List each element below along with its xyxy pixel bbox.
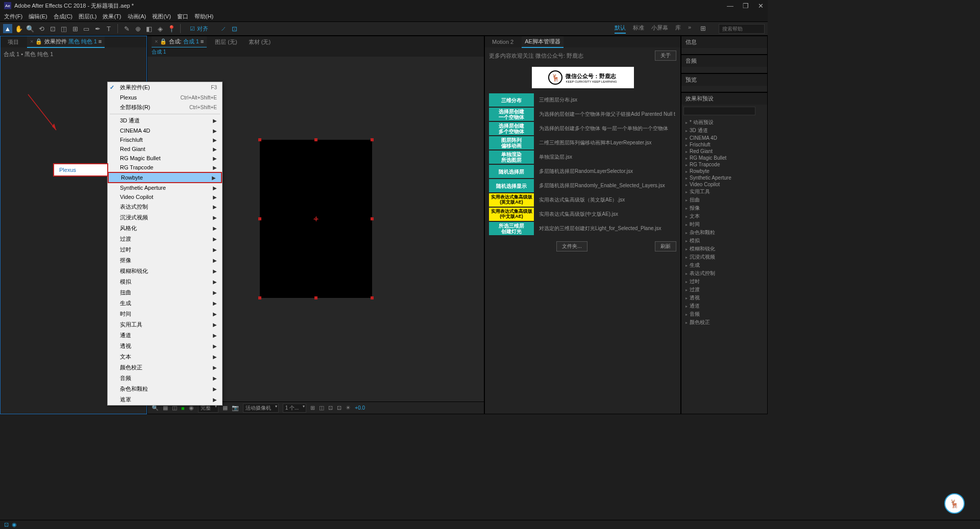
clone-tool[interactable]: ⊕ <box>133 24 142 33</box>
effects-category[interactable]: 音频 <box>681 310 767 318</box>
effects-category[interactable]: 3D 通道 <box>681 127 767 135</box>
anchor-point[interactable] <box>313 216 318 221</box>
exposure-value[interactable]: +0.0 <box>355 405 365 411</box>
effects-category[interactable]: 模拟 <box>681 237 767 245</box>
effects-category[interactable]: 生成 <box>681 261 767 269</box>
ctx-item[interactable]: 模拟▶ <box>108 276 222 287</box>
about-button[interactable]: 关于 <box>655 51 676 61</box>
panel-icon[interactable]: ⊞ <box>698 24 707 33</box>
script-badge[interactable]: 实用表达式集高级版 (中文版AE) <box>489 208 534 221</box>
script-badge[interactable]: 随机选择显示 <box>489 179 534 192</box>
ctx-item[interactable]: 杂色和颗粒▶ <box>108 384 222 394</box>
menu-window[interactable]: 窗口 <box>177 13 188 20</box>
effects-category[interactable]: Synthetic Aperture <box>681 174 767 181</box>
effects-category[interactable]: * 动画预设 <box>681 118 767 127</box>
workspace-default[interactable]: 默认 <box>615 24 626 34</box>
effects-category[interactable]: 时间 <box>681 220 767 229</box>
menu-layer[interactable]: 图层(L) <box>79 13 96 20</box>
script-badge[interactable]: 所选三维层 创建灯光 <box>489 222 534 235</box>
handle-tr[interactable] <box>371 138 374 141</box>
menu-effect[interactable]: 效果(T) <box>103 13 121 20</box>
ctx-item[interactable]: 遮罩▶ <box>108 394 222 405</box>
effects-category[interactable]: 表达式控制 <box>681 269 767 278</box>
ctx-item[interactable]: 透视▶ <box>108 341 222 351</box>
view-icon-2[interactable]: ◫ <box>319 405 324 411</box>
orbit-tool[interactable]: ⟲ <box>37 24 46 33</box>
views-select[interactable]: 1 个... <box>283 404 307 413</box>
effects-category[interactable]: 模糊和锐化 <box>681 245 767 253</box>
timecode-icon[interactable]: ⊡ <box>337 405 341 411</box>
handle-bm[interactable] <box>314 296 317 299</box>
roto-tool[interactable]: ◈ <box>156 24 165 33</box>
effects-category[interactable]: Video Copilot <box>681 181 767 188</box>
ctx-item[interactable]: RG Trapcode▶ <box>108 163 222 172</box>
menu-edit[interactable]: 编辑(E) <box>29 13 47 20</box>
effects-category[interactable]: 文本 <box>681 212 767 220</box>
ctx-item[interactable]: 沉浸式视频▶ <box>108 212 222 223</box>
script-item[interactable]: 实用表达式集高级版 (中文版AE)实用表达式集高级版(中文版AE).jsx <box>489 208 676 221</box>
text-tool[interactable]: T <box>104 24 113 33</box>
rect-tool[interactable]: ▭ <box>82 24 91 33</box>
script-badge[interactable]: 选择层创建 多个空物体 <box>489 122 534 135</box>
menu-animation[interactable]: 动画(A) <box>128 13 146 20</box>
script-item[interactable]: 图层阵列 偏移动画二维三维图层阵列偏移动画脚本LayerRepeater.jsx <box>489 136 676 149</box>
script-item[interactable]: 选择层创建 一个空物体为选择的层创建一个空物体并做父子链接Add Parente… <box>489 108 676 121</box>
effects-category[interactable]: RG Trapcode <box>681 161 767 168</box>
exposure-icon[interactable]: ☀ <box>346 405 351 411</box>
folder-button[interactable]: 文件夹... <box>556 241 587 251</box>
motion2-tab[interactable]: Motion 2 <box>489 37 517 46</box>
ctx-item[interactable]: Synthetic Aperture▶ <box>108 183 222 192</box>
ctx-item[interactable]: 3D 通道▶ <box>108 115 222 126</box>
script-badge[interactable]: 图层阵列 偏移动画 <box>489 136 534 149</box>
comp-canvas[interactable] <box>260 140 372 298</box>
effects-category[interactable]: 过渡 <box>681 286 767 294</box>
ctx-item[interactable]: 风格化▶ <box>108 223 222 234</box>
effects-category[interactable]: CINEMA 4D <box>681 135 767 141</box>
hand-tool[interactable]: ✋ <box>14 24 23 33</box>
ctx-item[interactable]: Video Copilot▶ <box>108 192 222 201</box>
ctx-item[interactable]: Red Giant▶ <box>108 144 222 154</box>
handle-tm[interactable] <box>314 138 317 141</box>
eraser-tool[interactable]: ◧ <box>144 24 154 33</box>
effects-panel-header[interactable]: 效果和预设 <box>681 93 767 105</box>
transparency-icon[interactable]: ▦ <box>223 405 228 411</box>
layer-tab[interactable]: 图层 (无) <box>212 37 240 47</box>
script-badge[interactable]: 随机选择层 <box>489 165 534 178</box>
minimize-button[interactable]: — <box>727 2 733 10</box>
script-badge[interactable]: 选择层创建 一个空物体 <box>489 108 534 121</box>
ctx-item[interactable]: 过时▶ <box>108 244 222 255</box>
menu-composition[interactable]: 合成(C) <box>54 13 72 20</box>
effects-category[interactable]: Red Giant <box>681 148 767 155</box>
ctx-item[interactable]: 抠像▶ <box>108 255 222 266</box>
snap-icon-2[interactable]: ⊡ <box>230 24 239 33</box>
zoom-tool[interactable]: 🔍 <box>26 24 35 33</box>
effects-category[interactable]: RG Magic Bullet <box>681 155 767 161</box>
puppet-tool[interactable]: 📍 <box>167 24 176 33</box>
pan-behind-tool[interactable]: ⊞ <box>70 24 80 33</box>
brush-tool[interactable]: ✎ <box>122 24 131 33</box>
comp-inner-tab[interactable]: 合成 1 <box>152 48 166 56</box>
effect-controls-tab[interactable]: ×🔒 效果控件 黑色 纯色 1 ≡ <box>27 36 105 48</box>
handle-br[interactable] <box>371 296 374 299</box>
handle-bl[interactable] <box>258 296 261 299</box>
effects-category[interactable]: 扭曲 <box>681 196 767 204</box>
script-badge[interactable]: 三维分布 <box>489 93 534 107</box>
ctx-item[interactable]: CINEMA 4D▶ <box>108 126 222 135</box>
script-item[interactable]: 随机选择显示多层随机选择层Randomly_Enable_Selected_La… <box>489 179 676 192</box>
camera-select[interactable]: 活动摄像机 <box>243 404 279 413</box>
preview-panel-header[interactable]: 预览 <box>681 74 767 86</box>
effects-category[interactable]: 颜色校正 <box>681 318 767 326</box>
effects-category[interactable]: Rowbyte <box>681 168 767 174</box>
effects-category[interactable]: 杂色和颗粒 <box>681 229 767 237</box>
comp-tab[interactable]: ×🔒 合成: 合成 1 ≡ <box>152 36 207 48</box>
script-item[interactable]: 随机选择层多层随机选择层RandomLayerSelector.jsx <box>489 165 676 178</box>
ctx-item[interactable]: PlexusCtrl+Alt+Shift+E <box>108 93 222 102</box>
ctx-item[interactable]: 表达式控制▶ <box>108 201 222 212</box>
menu-help[interactable]: 帮助(H) <box>194 13 213 20</box>
workspace-library[interactable]: 库 <box>675 24 681 34</box>
ctx-item[interactable]: 效果控件(E)F3 <box>108 82 222 93</box>
submenu-item-plexus[interactable]: Plexus <box>54 166 107 174</box>
menu-view[interactable]: 视图(V) <box>152 13 171 20</box>
audio-panel-header[interactable]: 音频 <box>681 55 767 67</box>
ctx-item[interactable]: 生成▶ <box>108 298 222 309</box>
